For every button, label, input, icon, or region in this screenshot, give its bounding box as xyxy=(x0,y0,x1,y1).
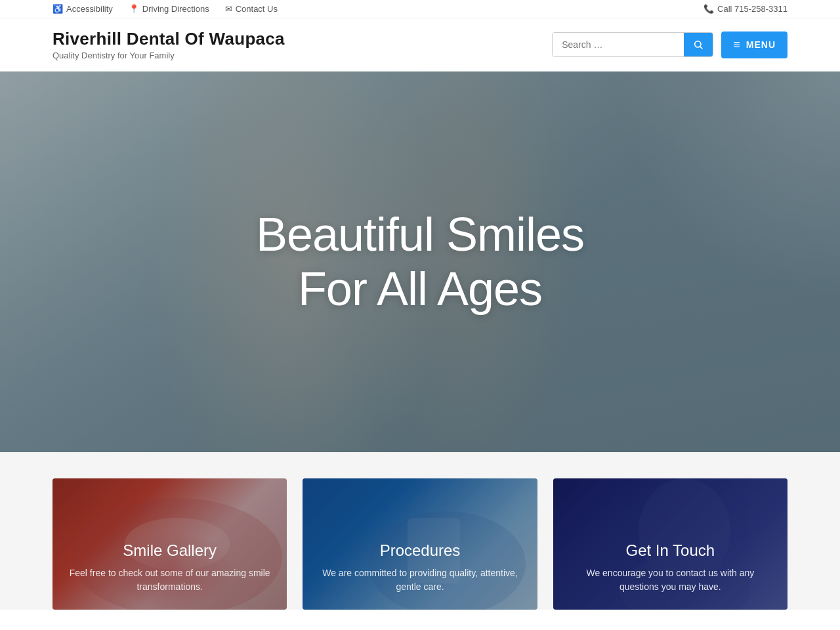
card-content-procedures: Procedures We are committed to providing… xyxy=(303,528,537,610)
card-title-procedures: Procedures xyxy=(318,541,521,560)
menu-button[interactable]: ≡ MENU xyxy=(721,32,788,58)
svg-line-1 xyxy=(700,47,702,49)
card-title-touch: Get In Touch xyxy=(569,541,772,560)
card-get-in-touch[interactable]: Get In Touch We encourage you to contact… xyxy=(553,478,788,610)
menu-icon: ≡ xyxy=(733,38,741,52)
mail-icon: ✉ xyxy=(225,4,232,14)
hero-heading-line2: For All Ages xyxy=(298,262,542,315)
search-input[interactable] xyxy=(553,33,684,56)
site-header: Riverhill Dental Of Waupaca Quality Dent… xyxy=(0,18,840,72)
hero-heading: Beautiful Smiles For All Ages xyxy=(256,207,584,316)
contact-label: Contact Us xyxy=(236,4,278,14)
logo-title: Riverhill Dental Of Waupaca xyxy=(52,29,285,49)
accessibility-label: Accessibility xyxy=(66,4,113,14)
driving-directions-label: Driving Directions xyxy=(142,4,209,14)
logo-area[interactable]: Riverhill Dental Of Waupaca Quality Dent… xyxy=(52,29,285,60)
hero-heading-line1: Beautiful Smiles xyxy=(256,208,584,261)
hero-section: Beautiful Smiles For All Ages xyxy=(0,72,840,452)
accessibility-link[interactable]: ♿ Accessibility xyxy=(52,4,113,14)
search-container xyxy=(552,32,713,57)
header-right: ≡ MENU xyxy=(552,32,788,58)
card-smile-gallery[interactable]: Smile Gallery Feel free to check out som… xyxy=(52,478,287,610)
phone-icon: 📞 xyxy=(704,4,714,14)
driving-directions-link[interactable]: 📍 Driving Directions xyxy=(129,4,209,14)
hero-text: Beautiful Smiles For All Ages xyxy=(256,207,584,316)
card-desc-smile: Feel free to check out some of our amazi… xyxy=(68,566,271,594)
accessibility-icon: ♿ xyxy=(52,4,63,14)
contact-link[interactable]: ✉ Contact Us xyxy=(225,4,278,14)
search-button[interactable] xyxy=(684,33,713,56)
card-content-smile: Smile Gallery Feel free to check out som… xyxy=(52,528,287,610)
logo-subtitle: Quality Dentistry for Your Family xyxy=(52,51,285,60)
phone-label: Call 715-258-3311 xyxy=(717,4,788,14)
card-title-smile: Smile Gallery xyxy=(68,541,271,560)
menu-label: MENU xyxy=(746,39,776,50)
cards-section: Smile Gallery Feel free to check out som… xyxy=(0,452,840,610)
card-desc-touch: We encourage you to contact us with any … xyxy=(569,566,772,594)
phone-area: 📞 Call 715-258-3311 xyxy=(704,4,788,14)
top-bar: ♿ Accessibility 📍 Driving Directions ✉ C… xyxy=(0,0,840,18)
card-procedures[interactable]: Procedures We are committed to providing… xyxy=(303,478,537,610)
card-desc-procedures: We are committed to providing quality, a… xyxy=(318,566,521,594)
card-content-touch: Get In Touch We encourage you to contact… xyxy=(553,528,788,610)
search-icon xyxy=(693,39,704,50)
top-bar-left: ♿ Accessibility 📍 Driving Directions ✉ C… xyxy=(52,4,278,14)
location-icon: 📍 xyxy=(129,4,139,14)
